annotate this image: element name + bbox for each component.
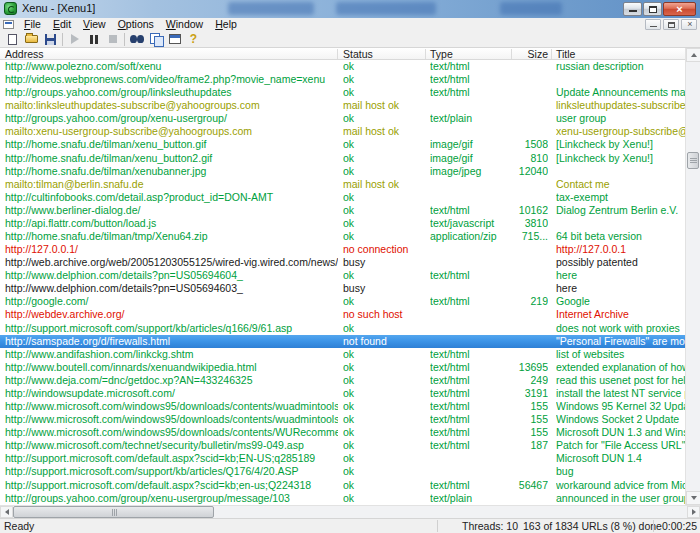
table-row[interactable]: http://127.0.0.1/ no connection http://1…	[0, 243, 685, 256]
table-row[interactable]: http://webdev.archive.org/ no such host …	[0, 308, 685, 321]
table-row[interactable]: mailto:xenu-usergroup-subscribe@yahoogro…	[0, 125, 685, 138]
table-row[interactable]: http://home.snafu.de/tilman/tmp/Xenu64.z…	[0, 230, 685, 243]
stop-button[interactable]	[103, 32, 122, 47]
table-row[interactable]: http://support.microsoft.com/support/kb/…	[0, 465, 685, 478]
cell-status: ok	[343, 413, 427, 426]
app-icon	[4, 2, 17, 15]
cell-status: ok	[343, 452, 427, 465]
open-folder-button[interactable]	[22, 32, 41, 47]
table-row[interactable]: http://www.microsoft.com/technet/securit…	[0, 439, 685, 452]
column-header-address[interactable]: Address	[5, 48, 44, 60]
column-divider[interactable]	[551, 49, 552, 59]
cell-status: ok	[343, 400, 427, 413]
cell-size: 249	[498, 374, 548, 387]
new-doc-icon	[8, 34, 17, 45]
cell-address: http://www.boutell.com/innards/xenuandwi…	[5, 361, 338, 374]
mdi-restore-button[interactable]	[663, 19, 679, 30]
cell-status: ok	[343, 191, 427, 204]
table-row[interactable]: http://groups.yahoo.com/group/xenu-userg…	[0, 112, 685, 125]
cell-title: here	[556, 269, 685, 282]
table-row[interactable]: http://support.microsoft.com/default.asp…	[0, 479, 685, 492]
cell-status: ok	[343, 86, 427, 99]
vertical-scroll-thumb[interactable]	[687, 152, 699, 169]
pause-button[interactable]	[84, 32, 103, 47]
table-row[interactable]: mailto:tilman@berlin.snafu.de mail host …	[0, 178, 685, 191]
scroll-right-button[interactable]	[687, 506, 700, 518]
table-row[interactable]: http://home.snafu.de/tilman/xenubanner.j…	[0, 165, 685, 178]
table-row[interactable]: http://www.andifashion.com/linkckg.shtm …	[0, 348, 685, 361]
scroll-left-button[interactable]	[0, 506, 13, 518]
mdi-document-icon[interactable]	[3, 20, 14, 29]
cell-address: mailto:tilman@berlin.snafu.de	[5, 178, 338, 191]
cell-size: 810	[498, 152, 548, 165]
minimize-button[interactable]	[623, 2, 642, 16]
menu-item-help[interactable]: Help	[209, 18, 243, 31]
titlebar-ghost	[336, 2, 436, 15]
mdi-minimize-button[interactable]	[645, 19, 661, 30]
play-button[interactable]	[65, 32, 84, 47]
cell-status: busy	[343, 256, 427, 269]
cell-address: http://www.microsoft.com/technet/securit…	[5, 439, 338, 452]
restore-button[interactable]	[643, 2, 662, 16]
check-pages-button[interactable]	[146, 32, 165, 47]
table-row[interactable]: http://home.snafu.de/tilman/xenu_button.…	[0, 138, 685, 151]
cell-title: tax-exempt	[556, 191, 685, 204]
table-row[interactable]: http://cultinfobooks.com/detail.asp?prod…	[0, 191, 685, 204]
statusbar: Ready Threads: 10 163 of 1834 URLs (8 %)…	[0, 518, 700, 533]
column-header-status[interactable]: Status	[343, 48, 373, 60]
scroll-down-button[interactable]	[686, 491, 700, 505]
table-row[interactable]: http://www.delphion.com/details?pn=US056…	[0, 282, 685, 295]
column-header-title[interactable]: Title	[556, 48, 575, 60]
column-divider[interactable]	[425, 49, 426, 59]
find-button[interactable]	[127, 32, 146, 47]
help-button[interactable]: ?	[184, 32, 203, 47]
cell-address: http://groups.yahoo.com/group/xenu-userg…	[5, 492, 338, 505]
table-row[interactable]: http://home.snafu.de/tilman/xenu_button2…	[0, 152, 685, 165]
table-row[interactable]: http://www.deja.com/=dnc/getdoc.xp?AN=43…	[0, 374, 685, 387]
table-row[interactable]: http://www.delphion.com/details?pn=US056…	[0, 269, 685, 282]
table-row[interactable]: http://www.microsoft.com/windows95/downl…	[0, 400, 685, 413]
column-header-type[interactable]: Type	[430, 48, 453, 60]
table-row[interactable]: http://windowsupdate.microsoft.com/ ok t…	[0, 387, 685, 400]
properties-button[interactable]	[165, 32, 184, 47]
table-row[interactable]: http://www.berliner-dialog.de/ ok text/h…	[0, 204, 685, 217]
table-row[interactable]: http://support.microsoft.com/default.asp…	[0, 452, 685, 465]
table-row[interactable]: http://google.com/ ok text/html 219 Goog…	[0, 295, 685, 308]
horizontal-scroll-thumb[interactable]	[13, 506, 214, 518]
cell-address: http://samspade.org/d/firewalls.html	[5, 335, 338, 348]
mdi-close-button[interactable]: ×	[681, 19, 697, 30]
table-row[interactable]: http://www.boutell.com/innards/xenuandwi…	[0, 361, 685, 374]
new-doc-button[interactable]	[3, 32, 22, 47]
table-row[interactable]: http://support.microsoft.com/support/kb/…	[0, 322, 685, 335]
table-row[interactable]: http://www.microsoft.com/windows95/downl…	[0, 413, 685, 426]
cell-size: 155	[498, 400, 548, 413]
cell-status: mail host ok	[343, 125, 427, 138]
table-row[interactable]: http://samspade.org/d/firewalls.html not…	[0, 335, 685, 348]
table-row[interactable]: http://groups.yahoo.com/group/xenu-userg…	[0, 492, 685, 505]
column-divider[interactable]	[337, 49, 338, 59]
column-divider[interactable]	[511, 49, 512, 59]
cell-status: ok	[343, 217, 427, 230]
menu-item-window[interactable]: Window	[160, 18, 209, 31]
menu-item-file[interactable]: File	[18, 18, 47, 31]
vertical-scrollbar[interactable]	[685, 48, 700, 505]
menu-item-edit[interactable]: Edit	[47, 18, 77, 31]
titlebar[interactable]: Xenu - [Xenu1] ×	[0, 0, 700, 18]
table-row[interactable]: http://api.flattr.com/button/load.js ok …	[0, 217, 685, 230]
find-icon	[130, 34, 144, 44]
table-row[interactable]: mailto:linksleuthupdates-subscribe@yahoo…	[0, 99, 685, 112]
table-row[interactable]: http://groups.yahoo.com/group/linksleuth…	[0, 86, 685, 99]
menu-item-options[interactable]: Options	[112, 18, 160, 31]
table-row[interactable]: http://web.archive.org/web/2005120305512…	[0, 256, 685, 269]
table-row[interactable]: http://www.polezno.com/soft/xenu ok text…	[0, 60, 685, 73]
close-button[interactable]: ×	[663, 2, 696, 16]
save-button[interactable]	[41, 32, 60, 47]
table-row[interactable]: http://videos.webpronews.com/video/frame…	[0, 73, 685, 86]
scroll-up-button[interactable]	[686, 48, 700, 62]
horizontal-scrollbar[interactable]	[0, 505, 700, 518]
menu-item-view[interactable]: View	[77, 18, 112, 31]
cell-address: http://www.microsoft.com/windows95/downl…	[5, 413, 338, 426]
cell-title: http://127.0.0.1	[556, 243, 685, 256]
table-row[interactable]: http://www.microsoft.com/windows95/downl…	[0, 426, 685, 439]
menubar: FileEditViewOptionsWindowHelp ×	[0, 18, 700, 31]
